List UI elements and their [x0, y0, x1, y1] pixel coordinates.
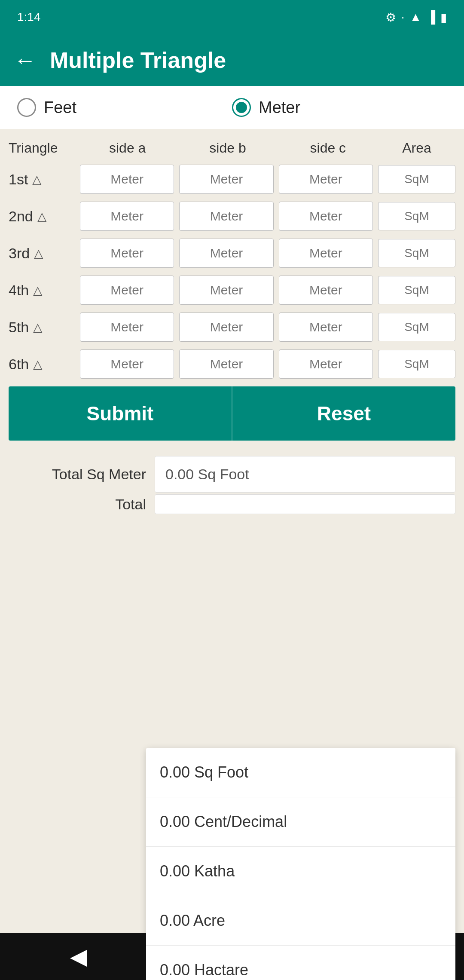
dropdown-item-hactare[interactable]: 0.00 Hactare: [146, 946, 455, 980]
row6-side-a-cell: [80, 349, 174, 379]
row2-side-c-input[interactable]: [279, 202, 373, 231]
nav-back-button[interactable]: ◀: [44, 937, 113, 976]
meter-option[interactable]: Meter: [232, 98, 447, 117]
triangle-icon-1: △: [32, 172, 42, 187]
row5-side-c-input[interactable]: [279, 312, 373, 342]
row5-side-a-cell: [80, 312, 174, 342]
row2-side-c-cell: [279, 202, 373, 231]
back-button[interactable]: ←: [14, 47, 36, 73]
row2-side-b-input[interactable]: [179, 202, 273, 231]
result-value-total: [155, 494, 455, 514]
reset-button[interactable]: Reset: [232, 386, 455, 441]
row-label-4: 4th △: [9, 282, 77, 299]
triangle-table: Triangle side a side b side c Area 1st △…: [0, 129, 464, 447]
row6-area-input[interactable]: [378, 350, 455, 378]
row1-side-c-input[interactable]: [279, 165, 373, 194]
triangle-icon-2: △: [37, 209, 47, 224]
row5-side-b-cell: [179, 312, 273, 342]
header-area: Area: [378, 140, 455, 156]
triangle-icon-4: △: [33, 283, 43, 297]
row3-side-c-input[interactable]: [279, 239, 373, 268]
row1-side-b-input[interactable]: [179, 165, 273, 194]
table-row: 5th △: [9, 312, 455, 342]
row-label-2: 2nd △: [9, 208, 77, 225]
row6-side-b-input[interactable]: [179, 349, 273, 379]
row5-area-input[interactable]: [378, 313, 455, 341]
row3-side-b-cell: [179, 239, 273, 268]
feet-radio[interactable]: [17, 98, 36, 117]
triangle-icon-3: △: [34, 246, 43, 260]
row3-side-c-cell: [279, 239, 373, 268]
row4-side-a-cell: [80, 276, 174, 305]
status-icons: ⚙ · ▲ ▐ ▮: [385, 10, 447, 24]
submit-button[interactable]: Submit: [9, 386, 232, 441]
dropdown-item-acre[interactable]: 0.00 Acre: [146, 896, 455, 946]
row1-area-cell: [378, 165, 455, 193]
row3-area-cell: [378, 239, 455, 267]
row3-area-input[interactable]: [378, 239, 455, 267]
unit-dropdown: 0.00 Sq Foot 0.00 Cent/Decimal 0.00 Kath…: [146, 748, 455, 980]
row5-side-a-input[interactable]: [80, 312, 174, 342]
dropdown-item-katha[interactable]: 0.00 Katha: [146, 847, 455, 896]
status-time: 1:14: [17, 10, 41, 24]
result-label-total: Total: [9, 496, 155, 513]
dropdown-item-cent[interactable]: 0.00 Cent/Decimal: [146, 797, 455, 847]
row3-side-a-cell: [80, 239, 174, 268]
table-header: Triangle side a side b side c Area: [9, 136, 455, 165]
row6-side-a-input[interactable]: [80, 349, 174, 379]
row2-area-cell: [378, 202, 455, 230]
row5-area-cell: [378, 313, 455, 341]
row-label-6: 6th △: [9, 356, 77, 373]
result-value-sqmeter: 0.00 Sq Foot: [155, 456, 455, 493]
wifi-icon: ▲: [409, 10, 421, 24]
app-bar: ← Multiple Triangle: [0, 34, 464, 86]
row4-area-input[interactable]: [378, 276, 455, 304]
row2-side-b-cell: [179, 202, 273, 231]
result-row-total: Total: [9, 494, 455, 514]
header-side-c: side c: [278, 140, 378, 156]
row1-area-input[interactable]: [378, 165, 455, 193]
header-side-a: side a: [77, 140, 177, 156]
signal-icon: ▐: [427, 10, 435, 24]
feet-label: Feet: [44, 98, 76, 117]
table-row: 3rd △: [9, 239, 455, 268]
dropdown-item-sqfoot[interactable]: 0.00 Sq Foot: [146, 748, 455, 797]
settings-icon: ⚙: [385, 10, 396, 24]
row-label-3: 3rd △: [9, 245, 77, 262]
battery-icon: ▮: [440, 10, 447, 24]
row3-side-b-input[interactable]: [179, 239, 273, 268]
header-side-b: side b: [177, 140, 278, 156]
row5-side-b-input[interactable]: [179, 312, 273, 342]
meter-radio[interactable]: [232, 98, 251, 117]
unit-selector: Feet Meter: [0, 86, 464, 129]
row1-side-b-cell: [179, 165, 273, 194]
row-label-5: 5th △: [9, 319, 77, 336]
triangle-icon-6: △: [33, 357, 43, 371]
row2-side-a-input[interactable]: [80, 202, 174, 231]
row1-side-a-input[interactable]: [80, 165, 174, 194]
row6-area-cell: [378, 350, 455, 378]
row6-side-c-cell: [279, 349, 373, 379]
result-row-sqmeter: Total Sq Meter 0.00 Sq Foot: [9, 456, 455, 493]
feet-option[interactable]: Feet: [17, 98, 232, 117]
row4-side-b-cell: [179, 276, 273, 305]
row4-area-cell: [378, 276, 455, 304]
row1-side-c-cell: [279, 165, 373, 194]
row1-side-a-cell: [80, 165, 174, 194]
row2-side-a-cell: [80, 202, 174, 231]
row4-side-c-input[interactable]: [279, 276, 373, 305]
result-label-sqmeter: Total Sq Meter: [9, 466, 155, 483]
row6-side-c-input[interactable]: [279, 349, 373, 379]
meter-label: Meter: [259, 98, 300, 117]
row4-side-c-cell: [279, 276, 373, 305]
triangle-icon-5: △: [33, 320, 43, 334]
table-row: 4th △: [9, 276, 455, 305]
action-buttons: Submit Reset: [9, 386, 455, 441]
row4-side-a-input[interactable]: [80, 276, 174, 305]
header-triangle: Triangle: [9, 140, 77, 156]
row2-area-input[interactable]: [378, 202, 455, 230]
row3-side-a-input[interactable]: [80, 239, 174, 268]
dot-icon: ·: [401, 10, 405, 24]
row4-side-b-input[interactable]: [179, 276, 273, 305]
row5-side-c-cell: [279, 312, 373, 342]
